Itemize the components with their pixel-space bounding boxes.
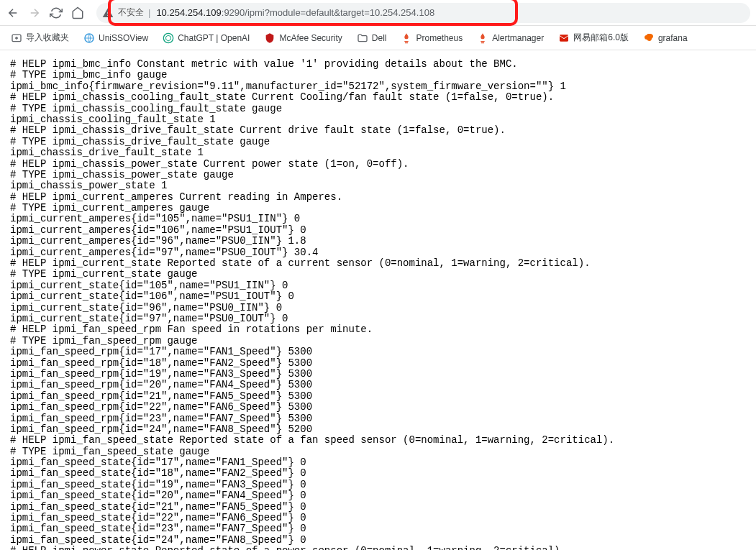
netease-mail-icon (558, 32, 570, 44)
bookmark-label: ChatGPT | OpenAI (178, 33, 250, 43)
separator: | (148, 7, 150, 18)
bookmark-label: grafana (658, 33, 688, 43)
folder-icon (357, 32, 368, 44)
bookmark-alertmanager[interactable]: Alertmanager (472, 29, 549, 47)
bookmark-unissoview[interactable]: UniSSOView (78, 29, 153, 47)
bookmark-label: McAfee Security (279, 33, 342, 43)
bookmark-label: Alertmanager (492, 33, 544, 43)
forward-button[interactable] (27, 6, 42, 20)
page-content: # HELP ipmi_bmc_info Constant metric wit… (0, 50, 756, 550)
prometheus-icon (401, 32, 412, 44)
mcafee-icon (264, 32, 275, 44)
bookmark-netease-mail[interactable]: 网易邮箱6.0版 (553, 29, 634, 47)
unissoview-icon (83, 32, 95, 44)
home-button[interactable] (70, 6, 85, 20)
url-text: 10.254.254.109:9290/ipmi?module=default&… (156, 7, 434, 18)
bookmark-label: UniSSOView (99, 33, 148, 43)
bookmark-label: 网易邮箱6.0版 (573, 32, 629, 44)
back-button[interactable] (6, 6, 20, 20)
bookmark-mcafee[interactable]: McAfee Security (259, 29, 347, 47)
bookmark-label: Prometheus (416, 33, 463, 43)
browser-toolbar: 不安全 | 10.254.254.109:9290/ipmi?module=de… (0, 0, 756, 26)
grafana-icon (643, 32, 655, 44)
svg-rect-2 (560, 35, 568, 41)
bookmarks-bar: 导入收藏夹 UniSSOView ChatGPT | OpenAI McAfee… (0, 26, 756, 50)
chatgpt-icon (163, 32, 174, 44)
alertmanager-icon (477, 32, 488, 44)
import-icon (11, 32, 22, 44)
insecure-warning-icon (102, 7, 114, 19)
bookmark-chatgpt[interactable]: ChatGPT | OpenAI (158, 29, 255, 47)
import-bookmarks-button[interactable]: 导入收藏夹 (6, 29, 74, 47)
security-label: 不安全 (118, 6, 144, 19)
bookmark-label: Dell (372, 33, 387, 43)
bookmark-prometheus[interactable]: Prometheus (396, 29, 468, 47)
bookmark-dell[interactable]: Dell (352, 29, 392, 47)
reload-button[interactable] (49, 6, 63, 20)
bookmark-grafana[interactable]: grafana (638, 29, 693, 47)
import-bookmarks-label: 导入收藏夹 (26, 32, 69, 44)
address-bar[interactable]: 不安全 | 10.254.254.109:9290/ipmi?module=de… (96, 3, 750, 23)
